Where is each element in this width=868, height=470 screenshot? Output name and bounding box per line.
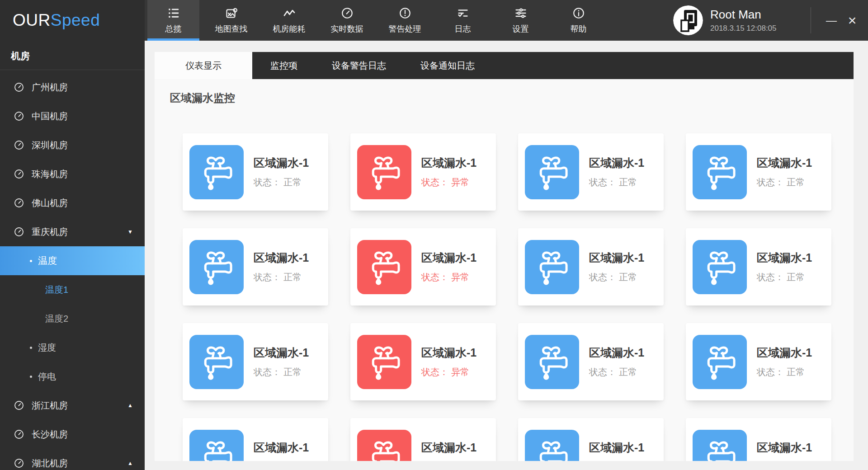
device-title: 区域漏水-1: [421, 440, 476, 455]
tab-item-3[interactable]: 设备通知日志: [403, 52, 492, 79]
status-label: 状态：: [254, 272, 281, 282]
sidebar-sub-item[interactable]: 停电: [0, 362, 145, 391]
section-title: 区域漏水监控: [170, 91, 854, 105]
status-label: 状态：: [254, 177, 281, 187]
device-card[interactable]: 区域漏水-1 状态：正常: [518, 133, 664, 211]
status-label: 状态：: [421, 177, 448, 187]
faucet-icon: [189, 335, 244, 389]
minimize-button[interactable]: —: [821, 0, 842, 41]
content-panel: 区域漏水监控 区域漏水-1 状态：正常 区域漏水-1 状态：异常 区域漏水-1 …: [155, 79, 854, 461]
device-card[interactable]: 区域漏水-1 状态：异常: [350, 228, 496, 306]
nav-item[interactable]: 设置: [495, 0, 547, 41]
device-card[interactable]: 区域漏水-1 状态：正常: [518, 418, 664, 461]
faucet-icon: [357, 430, 411, 461]
datetime: 2018.3.15 12:08:05: [710, 24, 806, 33]
status-label: 状态：: [589, 367, 616, 377]
device-card[interactable]: 区域漏水-1 状态：正常: [183, 418, 328, 461]
device-status: 状态：正常: [254, 366, 309, 378]
sidebar-room-item[interactable]: 广州机房: [0, 73, 145, 102]
status-label: 状态：: [757, 367, 784, 377]
sidebar-sub-item[interactable]: 温度: [0, 246, 145, 275]
device-title: 区域漏水-1: [254, 345, 309, 360]
status-label: 状态：: [757, 177, 784, 187]
nav-item[interactable]: 实时数据: [321, 0, 373, 41]
faucet-icon: [189, 145, 244, 199]
faucet-icon: [357, 240, 411, 294]
sidebar-room-item[interactable]: 长沙机房: [0, 420, 145, 449]
gauge-icon: [14, 82, 24, 93]
gauge-icon: [14, 197, 24, 208]
nav-item[interactable]: 机房能耗: [263, 0, 315, 41]
device-status: 状态：正常: [757, 176, 812, 188]
device-title: 区域漏水-1: [757, 250, 812, 265]
device-card[interactable]: 区域漏水-1 状态：正常: [686, 323, 831, 400]
sidebar-room-item[interactable]: 湖北机房 ▲: [0, 449, 145, 470]
bullet-icon: [30, 376, 32, 378]
nav-item[interactable]: 警告处理: [379, 0, 431, 41]
sidebar-subsub-item[interactable]: 温度2: [0, 304, 145, 333]
device-title: 区域漏水-1: [757, 345, 812, 360]
device-card[interactable]: 区域漏水-1 状态：正常: [686, 418, 831, 461]
nav-item[interactable]: 总揽: [147, 0, 199, 41]
nav-item[interactable]: 帮助: [552, 0, 604, 41]
bullet-icon: [30, 347, 32, 349]
sidebar-room-list: 广州机房 中国机房 深圳机房 珠海机房 佛山机房 重庆机房 ▼ 温度 温度1 温…: [0, 70, 145, 470]
device-status: 状态：正常: [254, 176, 309, 188]
device-title: 区域漏水-1: [254, 440, 309, 455]
device-card[interactable]: 区域漏水-1 状态：正常: [518, 228, 664, 306]
sidebar-room-item[interactable]: 中国机房: [0, 102, 145, 131]
status-label: 状态：: [421, 272, 448, 282]
user-avatar[interactable]: [673, 5, 703, 35]
sidebar-sub-item[interactable]: 湿度: [0, 333, 145, 362]
status-value: 正常: [787, 367, 805, 377]
device-card[interactable]: 区域漏水-1 状态：正常: [183, 133, 328, 211]
gauge-icon: [14, 169, 24, 179]
sidebar-room-item[interactable]: 珠海机房: [0, 160, 145, 188]
sidebar-room-item[interactable]: 深圳机房: [0, 131, 145, 160]
device-card[interactable]: 区域漏水-1 状态：正常: [183, 323, 328, 400]
device-card[interactable]: 区域漏水-1 状态：正常: [686, 228, 831, 306]
nav-item[interactable]: 日志: [437, 0, 489, 41]
device-title: 区域漏水-1: [254, 250, 309, 265]
caret-up-icon: ▲: [127, 460, 133, 466]
device-card[interactable]: 区域漏水-1 状态：异常: [350, 418, 496, 461]
device-status: 状态：正常: [589, 176, 644, 188]
faucet-icon: [525, 430, 579, 461]
energy-wave-icon: [283, 7, 296, 19]
realtime-gauge-icon: [341, 7, 354, 19]
status-value: 正常: [787, 177, 805, 187]
tab-dashboard[interactable]: 仪表显示: [155, 52, 252, 79]
faucet-icon: [525, 240, 579, 294]
gauge-icon: [14, 400, 24, 411]
status-label: 状态：: [589, 177, 616, 187]
close-button[interactable]: ×: [842, 0, 863, 41]
user-name: Root Man: [710, 8, 806, 22]
status-value: 异常: [451, 367, 469, 377]
device-card[interactable]: 区域漏水-1 状态：正常: [518, 323, 664, 400]
status-label: 状态：: [757, 272, 784, 282]
sidebar-subsub-item[interactable]: 温度1: [0, 275, 145, 304]
tab-item-2[interactable]: 设备警告日志: [315, 52, 403, 79]
device-card[interactable]: 区域漏水-1 状态：异常: [350, 323, 496, 400]
device-title: 区域漏水-1: [589, 440, 644, 455]
device-status: 状态：正常: [254, 271, 309, 283]
log-check-icon: [457, 7, 469, 19]
sidebar-room-item[interactable]: 重庆机房 ▼: [0, 217, 145, 246]
status-value: 正常: [619, 177, 637, 187]
sidebar-room-item[interactable]: 佛山机房: [0, 188, 145, 217]
tab-bar: 仪表显示 监控项 设备警告日志 设备通知日志: [155, 52, 854, 79]
nav-item[interactable]: 地图查找: [205, 0, 257, 41]
device-status: 状态：正常: [757, 366, 812, 378]
help-info-icon: [572, 7, 585, 19]
device-title: 区域漏水-1: [757, 155, 812, 170]
top-navigation: 总揽 地图查找 机房能耗 实时数据 警告处理 日志 设置 帮助: [145, 0, 604, 41]
device-status: 状态：正常: [589, 366, 644, 378]
status-value: 正常: [619, 272, 637, 282]
status-value: 正常: [619, 367, 637, 377]
sidebar-room-item[interactable]: 浙江机房 ▲: [0, 391, 145, 420]
status-value: 正常: [283, 177, 302, 187]
device-card[interactable]: 区域漏水-1 状态：正常: [183, 228, 328, 306]
tab-item-1[interactable]: 监控项: [253, 52, 315, 79]
device-card[interactable]: 区域漏水-1 状态：正常: [686, 133, 831, 211]
device-card[interactable]: 区域漏水-1 状态：异常: [350, 133, 496, 211]
